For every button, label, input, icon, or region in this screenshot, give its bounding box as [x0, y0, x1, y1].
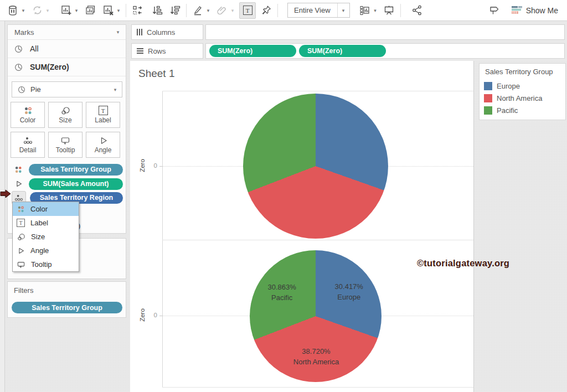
fit-selector-caret[interactable]: ▾	[337, 3, 349, 17]
angle-icon	[17, 247, 25, 255]
clear-sheet-caret[interactable]: ▾	[115, 8, 122, 13]
duplicate-sheet-icon[interactable]	[83, 3, 97, 18]
mark-type-value: Pie	[30, 85, 104, 94]
context-menu-item-label[interactable]: T Label	[13, 216, 79, 230]
fit-selector[interactable]: Entire View ▾	[287, 3, 350, 18]
mark-type-caret[interactable]: ▾	[109, 82, 122, 97]
rows-shelf-label: Rows	[131, 43, 203, 59]
pane-top-border	[162, 91, 473, 91]
label-button-label: Label	[95, 116, 111, 124]
fix-axes-pin-icon[interactable]	[259, 3, 274, 18]
toolbar-separator	[186, 4, 187, 17]
marks-card-collapse-caret[interactable]: ▾	[115, 29, 121, 35]
tooltip-button-label: Tooltip	[56, 146, 75, 154]
new-worksheet-icon[interactable]	[59, 3, 73, 18]
context-menu-item-angle[interactable]: Angle	[13, 244, 79, 257]
marks-tab-all[interactable]: All	[8, 40, 126, 58]
run-update-caret[interactable]: ▾	[44, 8, 51, 13]
context-menu-item-color[interactable]: Color	[13, 202, 79, 216]
size-icon	[60, 106, 70, 115]
legend-swatch-pacific	[484, 106, 492, 115]
pill-sum-sales-amount[interactable]: SUM(Sales Amount)	[29, 178, 123, 190]
marks-tab-sum-zero-label: SUM(Zero)	[30, 63, 69, 71]
columns-shelf[interactable]	[205, 24, 565, 40]
pie-slice-label: 38.720%North America	[293, 347, 339, 368]
angle-button[interactable]: Angle	[86, 132, 120, 158]
y-axis-title-top: Zero	[139, 154, 146, 177]
legend-item-europe[interactable]: Europe	[484, 82, 520, 90]
context-menu-item-tooltip[interactable]: Tooltip	[13, 257, 79, 271]
label-icon: T	[99, 106, 108, 115]
context-menu-item-size[interactable]: Size	[13, 230, 79, 244]
drag-arrow-cursor	[0, 188, 11, 199]
rows-shelf[interactable]: SUM(Zero) SUM(Zero)	[205, 43, 565, 59]
highlight-pen-caret[interactable]: ▾	[205, 8, 212, 13]
toolbar-separator	[400, 4, 401, 17]
filters-card-title: Filters	[14, 286, 33, 295]
rows-pill-sum-zero-2[interactable]: SUM(Zero)	[299, 45, 386, 57]
detail-icon	[23, 136, 33, 145]
color-dots-icon	[17, 205, 25, 213]
show-mark-labels-icon[interactable]: T	[239, 2, 256, 19]
marks-tab-all-label: All	[30, 44, 39, 53]
sheet-title: Sheet 1	[138, 68, 175, 80]
marks-buttons: Color Size T Label Detail Tooltip	[11, 102, 124, 158]
pane-divider	[162, 240, 473, 240]
presentation-mode-icon[interactable]	[382, 3, 396, 18]
color-dots-icon	[12, 166, 25, 174]
pie-chart-bottom[interactable]: 30.417%Europe38.720%North America30.863%…	[250, 250, 382, 382]
angle-button-label: Angle	[95, 146, 112, 154]
marks-card-title: Marks	[14, 28, 115, 37]
pie-mark-icon	[14, 63, 23, 71]
new-worksheet-caret[interactable]: ▾	[73, 8, 80, 13]
pause-auto-updates-caret[interactable]: ▾	[20, 8, 27, 13]
filters-card: Filters Sales Territory Group	[7, 281, 126, 318]
pause-auto-updates-icon[interactable]	[6, 3, 20, 18]
rows-icon	[137, 48, 143, 54]
legend-item-north-america[interactable]: North America	[484, 94, 542, 102]
sort-ascending-icon[interactable]	[150, 3, 164, 18]
rows-pill-sum-zero-1[interactable]: SUM(Zero)	[209, 45, 296, 57]
marks-tab-sum-zero[interactable]: SUM(Zero)	[8, 58, 126, 76]
share-icon[interactable]	[410, 3, 425, 18]
highlight-flag-icon[interactable]	[487, 3, 502, 18]
show-me-icon	[512, 6, 522, 15]
y-axis-tick-label: 0	[145, 312, 157, 318]
legend-swatch-europe	[484, 82, 492, 90]
tooltip-button[interactable]: Tooltip	[48, 132, 83, 158]
angle-icon	[12, 180, 25, 188]
highlight-pen-icon[interactable]	[190, 3, 205, 18]
legend-item-pacific[interactable]: Pacific	[484, 106, 518, 115]
worksheet-view: Sheet 1 0 0 Zero Zero 30.417%Europe38.72…	[130, 61, 473, 392]
filter-pill-sales-territory-group[interactable]: Sales Territory Group	[12, 302, 122, 313]
fit-selector-value: Entire View	[288, 6, 337, 14]
run-update-icon[interactable]	[30, 3, 44, 18]
show-me-button[interactable]: Show Me	[512, 6, 558, 15]
toolbar-separator	[126, 4, 126, 17]
marks-pill-row: SUM(Sales Amount)	[12, 178, 123, 190]
pie-slice-label: 30.417%Europe	[335, 282, 363, 303]
mark-type-dropdown[interactable]: Pie ▾	[12, 81, 122, 97]
show-hide-cards-caret[interactable]: ▾	[372, 8, 379, 13]
group-members-icon[interactable]	[215, 3, 229, 18]
columns-shelf-label: Columns	[131, 24, 203, 40]
show-hide-cards-icon[interactable]	[358, 3, 372, 18]
y-axis-title-bottom: Zero	[139, 304, 146, 326]
pie-chart-top[interactable]	[243, 94, 388, 239]
y-axis-tick	[159, 316, 162, 316]
group-members-caret[interactable]: ▾	[229, 8, 236, 13]
label-button[interactable]: T Label	[86, 102, 120, 128]
show-me-label: Show Me	[526, 6, 558, 15]
size-button-label: Size	[59, 116, 71, 124]
clear-sheet-icon[interactable]	[101, 3, 115, 18]
sort-descending-icon[interactable]	[168, 3, 182, 18]
size-button[interactable]: Size	[48, 102, 83, 128]
detail-button[interactable]: Detail	[11, 132, 45, 158]
color-button[interactable]: Color	[11, 102, 45, 128]
pill-sales-territory-group[interactable]: Sales Territory Group	[29, 164, 123, 176]
drop-field-context-menu: Color T Label Size Angle Tooltip	[12, 202, 79, 272]
swap-rows-columns-icon[interactable]	[130, 3, 145, 18]
tooltip-icon	[60, 136, 70, 145]
collapsed-data-pane-strip	[0, 21, 5, 392]
detail-button-label: Detail	[19, 146, 37, 154]
